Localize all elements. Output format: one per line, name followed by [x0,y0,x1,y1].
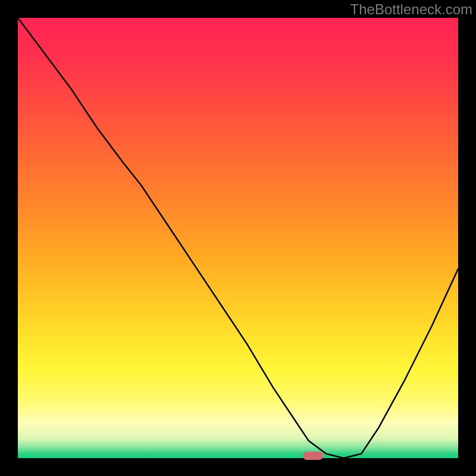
curve-path [18,18,458,458]
bottleneck-marker [303,452,323,460]
chart-curve [18,18,458,458]
chart-plot-area [18,18,458,458]
watermark-text: TheBottleneck.com [350,1,472,18]
